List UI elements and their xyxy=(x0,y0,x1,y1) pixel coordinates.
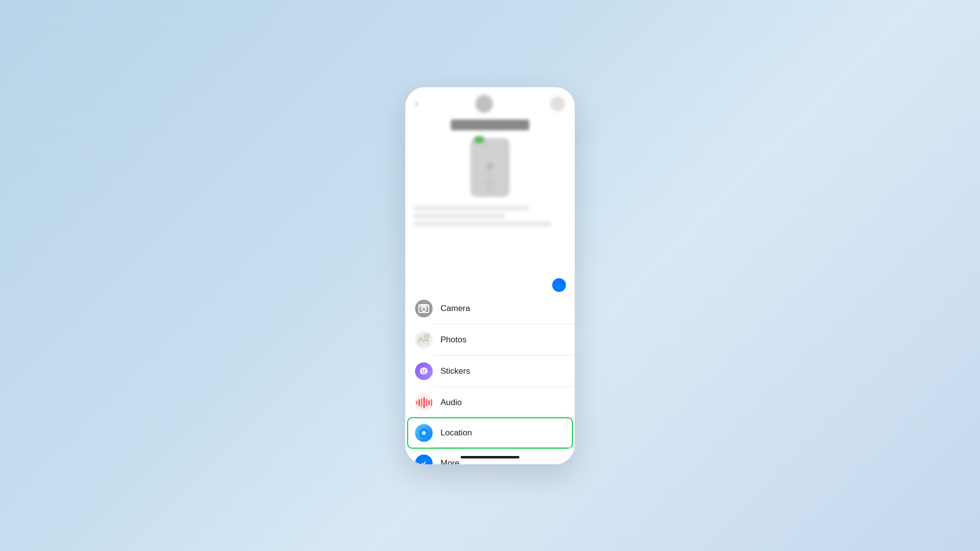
svg-point-4 xyxy=(420,337,422,339)
location-menu-item[interactable]: Location xyxy=(408,418,572,448)
phone-container: ‹ xyxy=(405,87,575,464)
stickers-menu-item[interactable]: Stickers xyxy=(405,356,575,387)
location-label: Location xyxy=(441,428,472,438)
svg-point-1 xyxy=(422,308,426,311)
stickers-label: Stickers xyxy=(441,366,470,376)
header-avatar xyxy=(475,95,493,113)
header-more-icon[interactable] xyxy=(550,96,565,111)
online-indicator xyxy=(474,136,484,143)
top-header: ‹ xyxy=(405,87,575,117)
svg-rect-5 xyxy=(424,334,430,338)
send-button[interactable] xyxy=(552,278,566,292)
msg-line xyxy=(413,206,529,211)
camera-label: Camera xyxy=(441,304,470,313)
svg-point-8 xyxy=(424,369,425,370)
svg-rect-0 xyxy=(419,306,429,312)
msg-line xyxy=(413,214,505,218)
photos-icon xyxy=(415,331,433,349)
camera-menu-item[interactable]: Camera xyxy=(405,293,575,324)
blurred-background: ‹ xyxy=(405,87,575,290)
location-icon xyxy=(415,424,433,442)
audio-icon xyxy=(415,394,433,411)
more-label: More xyxy=(441,458,460,464)
audio-waveform xyxy=(416,397,432,408)
contact-area xyxy=(405,133,575,202)
svg-point-7 xyxy=(422,369,423,370)
attachment-menu: Camera Photos xyxy=(405,293,575,464)
home-indicator xyxy=(461,456,519,458)
audio-menu-item[interactable]: Audio xyxy=(405,387,575,418)
stickers-icon xyxy=(415,362,433,380)
camera-icon xyxy=(415,300,433,317)
photos-label: Photos xyxy=(441,335,466,345)
chat-area xyxy=(405,202,575,230)
msg-line xyxy=(413,221,552,226)
contact-avatar-large xyxy=(470,138,510,197)
back-arrow-icon[interactable]: ‹ xyxy=(415,98,418,109)
audio-label: Audio xyxy=(441,398,462,407)
svg-rect-2 xyxy=(422,305,426,307)
photos-menu-item[interactable]: Photos xyxy=(405,324,575,356)
contact-name xyxy=(451,120,529,130)
more-icon xyxy=(415,455,433,464)
svg-point-12 xyxy=(419,459,428,464)
svg-point-11 xyxy=(423,432,425,433)
